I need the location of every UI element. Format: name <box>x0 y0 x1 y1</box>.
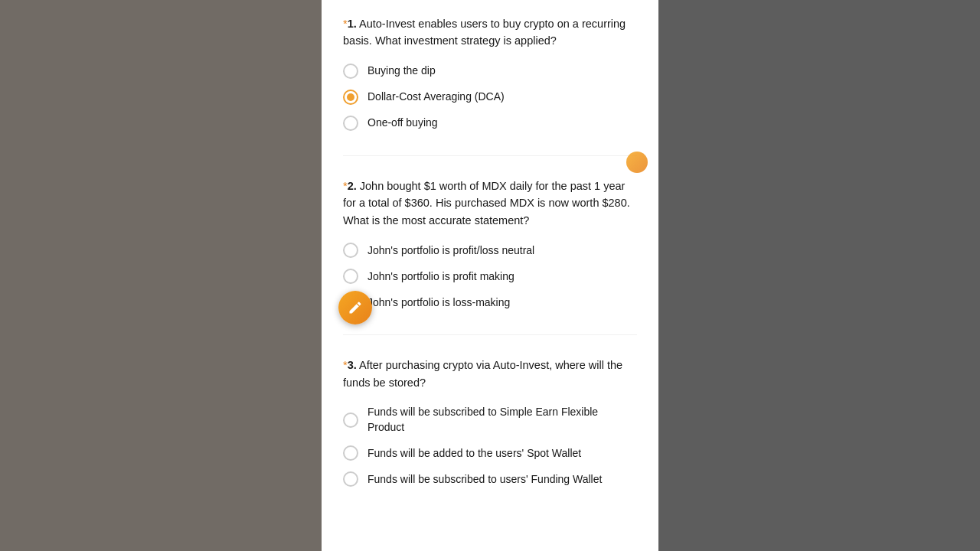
option-q3-b-label: Funds will be added to the users' Spot W… <box>368 446 581 461</box>
radio-q3-c[interactable] <box>343 471 358 487</box>
radio-q2-a[interactable] <box>343 243 358 258</box>
background-left <box>0 0 322 551</box>
question-block-3: *3. After purchasing crypto via Auto-Inv… <box>343 357 637 487</box>
question-block-1: *1. Auto-Invest enables users to buy cry… <box>343 15 637 131</box>
floating-edit-button[interactable] <box>338 291 372 324</box>
question-2-text: *2. John bought $1 worth of MDX daily fo… <box>343 178 637 229</box>
radio-q1-c[interactable] <box>343 116 358 131</box>
radio-q1-a[interactable] <box>343 64 358 79</box>
question-block-2: *2. John bought $1 worth of MDX daily fo… <box>343 178 637 310</box>
option-q1-a-label: Buying the dip <box>368 64 436 79</box>
option-q2-a[interactable]: John's portfolio is profit/loss neutral <box>343 243 637 258</box>
option-q2-c[interactable]: John's portfolio is loss-making <box>343 295 637 310</box>
option-q3-c-label: Funds will be subscribed to users' Fundi… <box>368 472 602 487</box>
quiz-panel: *1. Auto-Invest enables users to buy cry… <box>322 0 658 551</box>
option-q2-b[interactable]: John's portfolio is profit making <box>343 269 637 284</box>
option-q1-c-label: One-off buying <box>368 116 438 131</box>
option-q1-b[interactable]: Dollar-Cost Averaging (DCA) <box>343 90 637 105</box>
option-q1-b-label: Dollar-Cost Averaging (DCA) <box>368 90 505 105</box>
question-1-text: *1. Auto-Invest enables users to buy cry… <box>343 15 637 50</box>
option-q1-a[interactable]: Buying the dip <box>343 64 637 79</box>
radio-q2-b[interactable] <box>343 269 358 284</box>
floating-dot <box>626 152 648 173</box>
option-q3-a[interactable]: Funds will be subscribed to Simple Earn … <box>343 405 637 435</box>
divider-1 <box>343 155 637 156</box>
background-right <box>658 0 980 551</box>
option-q1-c[interactable]: One-off buying <box>343 116 637 131</box>
divider-2 <box>343 334 637 335</box>
option-q2-c-label: John's portfolio is loss-making <box>368 295 510 311</box>
radio-q3-a[interactable] <box>343 412 358 428</box>
option-q3-c[interactable]: Funds will be subscribed to users' Fundi… <box>343 471 637 487</box>
option-q2-b-label: John's portfolio is profit making <box>368 269 514 285</box>
option-q3-b[interactable]: Funds will be added to the users' Spot W… <box>343 445 637 461</box>
radio-q1-b-inner <box>347 93 354 101</box>
option-q2-a-label: John's portfolio is profit/loss neutral <box>368 243 534 259</box>
radio-q1-b[interactable] <box>343 90 358 105</box>
option-q3-a-label: Funds will be subscribed to Simple Earn … <box>368 405 637 435</box>
question-3-text: *3. After purchasing crypto via Auto-Inv… <box>343 357 637 391</box>
pencil-icon <box>348 300 363 315</box>
radio-q3-b[interactable] <box>343 445 358 461</box>
